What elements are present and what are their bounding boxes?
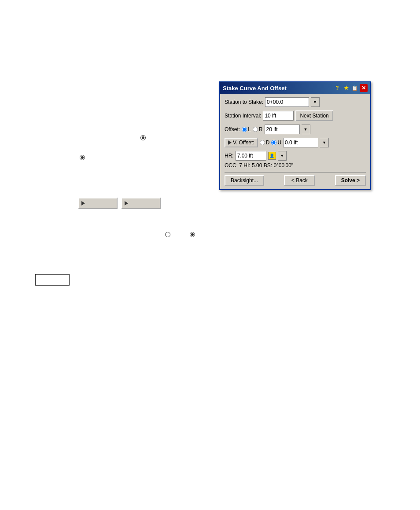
bg-rect-1 [35, 274, 70, 286]
bg-button-1[interactable] [78, 198, 118, 209]
help-icon[interactable]: ? [333, 84, 341, 92]
favorite-icon[interactable]: ★ [342, 84, 350, 92]
v-offset-button[interactable]: V. Offset: [225, 138, 258, 147]
titlebar-icons: ? ★ 📋 ✕ [333, 84, 368, 92]
back-button[interactable]: < Back [284, 175, 315, 186]
hr-person-icon[interactable]: 👤 [268, 152, 276, 160]
bottom-buttons: Backsight... < Back Solve > [225, 172, 366, 186]
solve-button[interactable]: Solve > [335, 175, 366, 186]
close-icon[interactable]: ✕ [360, 84, 368, 92]
station-interval-label: Station Interval: [225, 113, 261, 119]
offset-l-label[interactable]: L [242, 126, 251, 132]
bg-radio-4 [190, 232, 195, 237]
v-offset-radio-group: D U [260, 139, 281, 146]
offset-l-radio[interactable] [242, 127, 247, 132]
offset-r-radio[interactable] [253, 127, 258, 132]
station-to-stake-row: Station to Stake: ▼ [225, 97, 366, 107]
offset-dropdown[interactable]: ▼ [302, 125, 310, 134]
bg-radio-2 [80, 155, 85, 160]
bg-button-2[interactable] [121, 198, 161, 209]
play-icon-1 [81, 201, 85, 205]
station-interval-row: Station Interval: Next Station [225, 110, 366, 121]
v-offset-d-radio[interactable] [260, 140, 265, 145]
dialog-titlebar: Stake Curve And Offset ? ★ 📋 ✕ [220, 82, 370, 94]
offset-input[interactable] [265, 125, 300, 134]
dialog-body: Station to Stake: ▼ Station Interval: Ne… [220, 94, 370, 189]
v-offset-input[interactable] [283, 138, 318, 147]
v-offset-u-radio[interactable] [271, 140, 276, 145]
offset-radio-group: L R [242, 126, 262, 132]
occ-info-line: OCC: 7 HI: 5.00 BS: 0°00'00" [225, 162, 366, 169]
v-offset-d-label[interactable]: D [260, 139, 270, 146]
station-to-stake-label: Station to Stake: [225, 99, 263, 105]
offset-r-label[interactable]: R [253, 126, 263, 132]
next-station-button[interactable]: Next Station [295, 110, 333, 121]
hr-label: HR: [225, 153, 234, 159]
v-offset-play-icon [228, 140, 232, 145]
station-to-stake-input[interactable] [265, 97, 309, 107]
stake-curve-dialog: Stake Curve And Offset ? ★ 📋 ✕ Station t… [219, 81, 371, 190]
hr-dropdown[interactable]: ▼ [278, 151, 287, 161]
v-offset-dropdown[interactable]: ▼ [320, 138, 329, 147]
hr-input[interactable] [236, 151, 266, 161]
dialog-title: Stake Curve And Offset [223, 85, 333, 92]
play-icon-2 [125, 201, 128, 205]
station-to-stake-dropdown[interactable]: ▼ [311, 97, 320, 107]
offset-row: Offset: L R ▼ [225, 125, 366, 134]
hr-row: HR: 👤 ▼ [225, 151, 366, 161]
bg-radio-3 [165, 232, 170, 237]
v-offset-row: V. Offset: D U ▼ [225, 138, 366, 147]
v-offset-u-label[interactable]: U [271, 139, 281, 146]
bg-radio-1 [140, 135, 146, 140]
offset-label: Offset: [225, 126, 240, 132]
station-interval-input[interactable] [263, 111, 294, 121]
copy-icon[interactable]: 📋 [351, 84, 359, 92]
backsight-button[interactable]: Backsight... [225, 175, 264, 186]
